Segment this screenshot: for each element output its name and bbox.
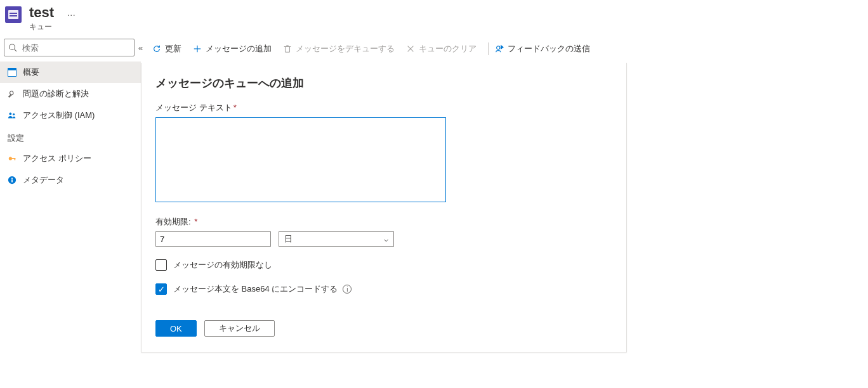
sidebar: « 概要 問題の診断と解決 アクセス制御 (IAM) 設定 (0, 35, 141, 352)
feedback-icon (495, 44, 504, 53)
svg-point-19 (497, 46, 500, 49)
nav-item-overview[interactable]: 概要 (0, 61, 141, 83)
expiry-unit-select[interactable]: 日 ⌵ (279, 231, 394, 247)
nav-item-iam[interactable]: アクセス制御 (IAM) (0, 105, 141, 126)
key-icon (6, 154, 18, 163)
svg-point-0 (10, 44, 15, 50)
info-icon (6, 176, 18, 184)
queue-icon (5, 6, 22, 23)
wrench-icon (6, 89, 18, 98)
nav-item-diagnose[interactable]: 問題の診断と解決 (0, 83, 141, 105)
expiry-value-input[interactable] (155, 231, 271, 247)
svg-rect-14 (286, 47, 290, 53)
toolbar-separator (488, 42, 489, 55)
nav-item-access-policy[interactable]: アクセス ポリシー (0, 148, 141, 169)
search-input[interactable] (21, 42, 130, 53)
toolbar-label: 更新 (165, 43, 181, 55)
svg-rect-10 (11, 179, 13, 182)
svg-rect-8 (15, 158, 16, 160)
svg-line-1 (15, 49, 17, 52)
nav-item-metadata[interactable]: メタデータ (0, 169, 141, 191)
no-expiry-checkbox[interactable] (155, 259, 167, 271)
no-expiry-label: メッセージの有効期限なし (173, 259, 272, 271)
clear-queue-button: キューのクリア (406, 43, 477, 55)
people-icon (6, 111, 18, 120)
info-icon[interactable]: i (343, 285, 352, 294)
nav-section-settings: 設定 (0, 126, 141, 148)
panel-title: メッセージのキューへの追加 (155, 75, 612, 91)
trash-icon (283, 44, 292, 53)
toolbar: 更新 メッセージの追加 メッセージをデキューする キューのクリア (141, 35, 868, 63)
dequeue-button: メッセージをデキューする (283, 43, 395, 55)
page-header: test … キュー (0, 0, 868, 35)
nav-item-label: 概要 (23, 67, 39, 78)
ok-button[interactable]: OK (155, 320, 197, 337)
refresh-button[interactable]: 更新 (152, 43, 181, 55)
toolbar-label: キューのクリア (419, 43, 477, 55)
svg-rect-3 (8, 70, 16, 76)
title-block: test … キュー (29, 5, 77, 32)
base64-label: メッセージ本文を Base64 にエンコードする (173, 283, 338, 295)
cancel-button[interactable]: キャンセル (204, 320, 275, 337)
more-button[interactable]: … (67, 8, 77, 18)
message-text-input[interactable] (155, 117, 446, 202)
required-marker: * (194, 217, 197, 226)
search-box[interactable] (4, 39, 135, 56)
required-marker: * (233, 103, 237, 112)
nav-item-label: 問題の診断と解決 (23, 88, 89, 100)
toolbar-label: メッセージをデキューする (296, 43, 395, 55)
add-message-button[interactable]: メッセージの追加 (193, 43, 272, 55)
svg-point-5 (13, 113, 15, 115)
page-subtitle: キュー (29, 22, 77, 32)
window-icon (6, 68, 18, 77)
nav-item-label: メタデータ (23, 174, 64, 186)
message-text-label: メッセージ テキスト* (155, 102, 612, 113)
toolbar-label: フィードバックの送信 (508, 43, 590, 55)
page-title: test (29, 5, 54, 20)
expiry-label: 有効期限: * (155, 216, 612, 228)
plus-icon (193, 44, 202, 53)
x-icon (406, 44, 415, 53)
svg-rect-11 (11, 178, 13, 179)
refresh-icon (152, 44, 161, 53)
add-message-panel: メッセージのキューへの追加 メッセージ テキスト* 有効期限: * 日 ⌵ メッ… (141, 63, 627, 352)
base64-checkbox[interactable] (155, 283, 167, 295)
nav-item-label: アクセス制御 (IAM) (23, 110, 95, 121)
chevron-down-icon: ⌵ (384, 235, 388, 243)
feedback-button[interactable]: フィードバックの送信 (495, 43, 590, 55)
nav-item-label: アクセス ポリシー (23, 153, 91, 164)
svg-point-4 (9, 112, 11, 115)
expiry-unit-value: 日 (284, 233, 293, 245)
search-icon (8, 43, 17, 52)
toolbar-label: メッセージの追加 (206, 43, 272, 55)
